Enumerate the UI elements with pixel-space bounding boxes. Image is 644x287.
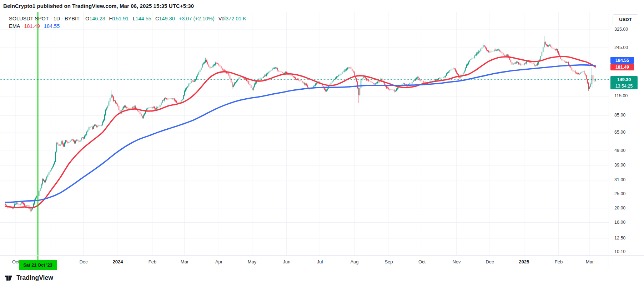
exchange: BYBIT [65,16,80,21]
ema-label[interactable]: EMA [9,23,20,29]
ema-fast-value: 181.49 [24,23,40,29]
time-tick-label: Oct [12,259,19,264]
currency-toggle-button[interactable]: USDT [613,14,638,24]
time-tick-label: Jun [283,259,291,264]
price-tick-label: 65.00 [614,130,625,135]
symbol-title[interactable]: SOLUSDT SPOT·1D·BYBIT [9,16,80,21]
tradingview-brand-text[interactable]: TradingView [16,274,53,282]
price-tick-label: 39.00 [614,163,625,168]
time-tick-label: Jul [317,259,323,264]
time-tick-label: Mar [586,259,594,264]
time-tick-label: Feb [555,259,563,264]
candle-countdown: 13:54:25 [615,83,633,89]
event-date-label: Sat 21 Oct '23 [19,260,57,270]
price-tick-label: 325.00 [614,27,628,32]
candlestick-chart-canvas[interactable] [0,0,644,287]
price-tick-label: 10.10 [614,249,625,254]
price-tick-label: 12.50 [614,236,625,241]
time-tick-label: Mar [181,259,188,264]
footer: TradingView [0,269,644,287]
time-tick-label: Dec [79,259,87,264]
price-tick-label: 16.00 [614,220,625,225]
time-tick-label: Nov [452,259,461,264]
last-price-value: 149.30 [617,76,631,83]
time-tick-label: May [248,259,257,264]
ema-slow-value: 184.55 [44,23,60,29]
price-axis[interactable]: USDT 325.00245.00115.0085.0065.0049.0039… [609,12,644,269]
time-tick-label: Dec [485,259,494,264]
price-tick-label: 115.00 [614,93,628,98]
published-chart-page: BeInCrypto1 published on TradingView.com… [0,0,644,287]
chart-legend-ohlc: SOLUSDT SPOT·1D·BYBIT O146.23 H151.91 L1… [9,16,249,21]
price-tick-label: 20.00 [614,206,625,211]
time-tick-label: Aug [350,259,358,264]
chart-legend-ema: EMA 181.49 184.55 [9,23,62,29]
tradingview-logo-icon[interactable] [5,274,14,282]
time-tick-label: Feb [149,259,156,264]
price-tick-label: 25.00 [614,191,625,196]
time-tick-label: Apr [215,259,222,264]
ema-slow-badge[interactable]: 184.55 [610,57,634,64]
open-value: O146.23 [85,16,105,21]
last-price-badge[interactable]: 149.3013:54:25 [610,76,638,89]
ema-fast-badge[interactable]: 181.49 [610,64,634,70]
price-tick-label: 31.00 [614,177,625,182]
price-tick-label: 49.00 [614,148,625,153]
close-value: C149.30 [155,16,175,21]
timeframe: 1D [54,16,60,21]
low-value: L144.55 [132,16,151,21]
price-tick-label: 245.00 [614,45,628,50]
change-value: +3.07 (+2.10%) [179,16,215,21]
time-axis[interactable]: OctDec2024FebMarAprMayJunJulAugSepOctNov… [0,255,644,269]
time-tick-label: Sep [384,259,393,264]
time-tick-label: 2024 [113,259,123,264]
high-value: H151.91 [109,16,129,21]
separator-dot: · [50,16,52,21]
price-tick-label: 85.00 [614,113,625,118]
separator-dot: · [61,16,63,21]
volume-value: Vol372.01 K [218,16,246,21]
time-tick-label: Oct [418,259,426,264]
time-tick-label: 2025 [519,259,529,264]
